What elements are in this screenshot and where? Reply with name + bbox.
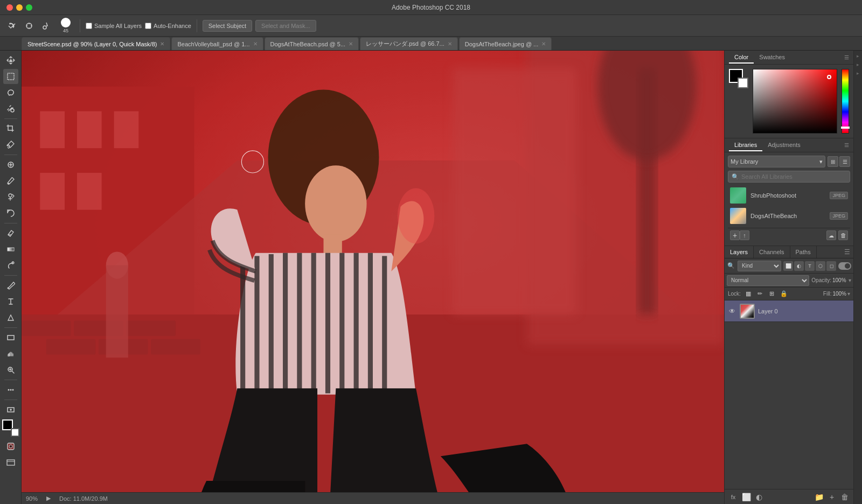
sample-all-layers-input[interactable]: [86, 23, 92, 29]
layer-item-layer0[interactable]: 👁 Layer 0: [725, 300, 853, 322]
tab-dogsatbeach[interactable]: DogsAtTheBeach.psd @ 5... ✕: [265, 37, 359, 50]
crop-tool[interactable]: [3, 121, 18, 136]
background-color[interactable]: [11, 428, 19, 437]
delete-layer-button[interactable]: 🗑: [839, 492, 850, 502]
adjustment-button[interactable]: ◐: [754, 492, 764, 502]
screen-mode-button[interactable]: [3, 455, 18, 470]
lock-position-icon[interactable]: ✏: [756, 290, 764, 298]
marquee-tool[interactable]: [3, 69, 18, 84]
opacity-arrow[interactable]: ▾: [849, 277, 851, 283]
add-layer-button[interactable]: +: [826, 492, 837, 502]
maximize-button[interactable]: [26, 4, 32, 11]
gradient-tool[interactable]: [3, 242, 18, 257]
hand-tool[interactable]: [3, 346, 18, 361]
sample-all-layers-checkbox[interactable]: Sample All Layers: [86, 23, 142, 29]
filter-adjustment-icon[interactable]: ◐: [794, 261, 804, 271]
library-dropdown[interactable]: My Library ▾: [728, 156, 825, 167]
color-gradient-picker[interactable]: [753, 69, 837, 134]
move-tool[interactable]: [3, 53, 18, 68]
filter-kind-select[interactable]: Kind: [738, 261, 781, 271]
minimize-button[interactable]: [16, 4, 23, 11]
hue-strip[interactable]: [842, 69, 849, 134]
rectangle-tool[interactable]: [3, 330, 18, 345]
canvas-container[interactable]: [22, 51, 724, 492]
select-mask-button[interactable]: Select and Mask...: [255, 20, 316, 32]
add-mask-button[interactable]: ⬜: [741, 492, 752, 502]
tab-close-3[interactable]: ✕: [349, 41, 353, 47]
lock-pixels-icon[interactable]: ▦: [744, 290, 753, 298]
tab-beachvolleyball[interactable]: BeachVolleyball_psd @ 1... ✕: [171, 37, 263, 50]
library-add-button[interactable]: +: [730, 230, 740, 240]
clone-stamp-tool[interactable]: [3, 190, 18, 205]
filter-shape-icon[interactable]: ⬡: [816, 261, 825, 271]
window-controls[interactable]: [6, 4, 32, 11]
screen-mode-tool[interactable]: [3, 402, 18, 417]
pen-tool[interactable]: [3, 278, 18, 293]
tab-dogsbeachjpeg[interactable]: DogsAtTheBeach.jpeg @ ... ✕: [459, 37, 552, 50]
filter-type-icon[interactable]: T: [805, 261, 815, 271]
library-upload-button[interactable]: ↑: [740, 230, 749, 240]
blend-mode-select[interactable]: Normal: [727, 275, 809, 286]
tab-streetscene[interactable]: StreetScene.psd @ 90% (Layer 0, Quick Ma…: [22, 37, 170, 50]
color-panel-menu[interactable]: ☰: [844, 54, 849, 60]
fx-button[interactable]: fx: [728, 492, 739, 502]
tab-raccoon[interactable]: レッサーパンダ.psd @ 66.7... ✕: [360, 37, 458, 50]
extra-tools[interactable]: [3, 382, 18, 397]
library-item-shrub[interactable]: ShrubPhotoshoot JPEG: [728, 186, 850, 205]
path-selection-tool[interactable]: [3, 310, 18, 325]
type-tool[interactable]: [3, 294, 18, 309]
libraries-tab[interactable]: Libraries: [729, 139, 762, 151]
panel-toggle-1[interactable]: ▸: [855, 53, 861, 59]
zoom-tool[interactable]: [3, 362, 18, 377]
select-subject-button[interactable]: Select Subject: [203, 20, 252, 32]
brush-options-1[interactable]: [22, 18, 37, 33]
lock-all-icon[interactable]: 🔒: [780, 290, 788, 298]
color-tab[interactable]: Color: [729, 52, 754, 64]
layers-tab[interactable]: Layers: [725, 246, 754, 258]
eraser-tool[interactable]: [3, 226, 18, 241]
tab-close-5[interactable]: ✕: [541, 41, 546, 47]
auto-enhance-checkbox[interactable]: Auto-Enhance: [145, 23, 191, 29]
history-brush-tool[interactable]: [3, 206, 18, 221]
brush-size-control[interactable]: 45: [57, 17, 74, 34]
eyedropper-tool[interactable]: [3, 137, 18, 152]
fill-arrow[interactable]: ▾: [847, 291, 850, 297]
auto-enhance-input[interactable]: [145, 23, 151, 29]
folder-button[interactable]: 📁: [814, 492, 824, 502]
filter-pixel-icon[interactable]: ⬜: [783, 261, 793, 271]
brush-options-2[interactable]: [39, 18, 54, 33]
adjustments-tab[interactable]: Adjustments: [762, 139, 806, 151]
layer-visibility-icon[interactable]: 👁: [728, 307, 736, 316]
tab-close-4[interactable]: ✕: [448, 41, 452, 47]
library-search[interactable]: 🔍: [728, 171, 850, 183]
canvas-figure[interactable]: [22, 51, 724, 492]
quick-selection-icon[interactable]: [4, 18, 19, 33]
spot-healing-tool[interactable]: [3, 157, 18, 172]
background-swatch[interactable]: [738, 78, 748, 88]
channels-tab[interactable]: Channels: [754, 246, 790, 258]
close-button[interactable]: [6, 4, 13, 11]
panel-toggle-3[interactable]: ▸: [855, 70, 861, 76]
lasso-tool[interactable]: [3, 85, 18, 100]
panel-toggle-2[interactable]: ▸: [855, 61, 861, 68]
filter-toggle[interactable]: [838, 262, 851, 270]
tab-close-1[interactable]: ✕: [160, 41, 164, 47]
grid-view-button[interactable]: ⊞: [828, 156, 838, 167]
tab-close-2[interactable]: ✕: [253, 41, 258, 47]
brush-tool[interactable]: [3, 173, 18, 188]
library-trash-icon[interactable]: 🗑: [838, 230, 848, 240]
magic-wand-tool[interactable]: [3, 101, 18, 116]
libraries-panel-menu[interactable]: ☰: [844, 142, 849, 148]
list-view-button[interactable]: ☰: [839, 156, 850, 167]
lock-artboards-icon[interactable]: ⊞: [768, 290, 776, 298]
foreground-background-colors[interactable]: [2, 419, 19, 437]
swatches-tab[interactable]: Swatches: [754, 52, 790, 64]
layers-menu-icon[interactable]: ☰: [841, 248, 853, 256]
library-search-input[interactable]: [741, 173, 846, 180]
filter-smart-icon[interactable]: ◻: [826, 261, 836, 271]
library-cloud-icon[interactable]: ☁: [826, 230, 836, 240]
quick-mask-tool[interactable]: [3, 439, 18, 454]
paths-tab[interactable]: Paths: [790, 246, 817, 258]
dodge-tool[interactable]: [3, 258, 18, 273]
library-item-dogs[interactable]: DogsAtTheBeach JPEG: [728, 206, 850, 226]
